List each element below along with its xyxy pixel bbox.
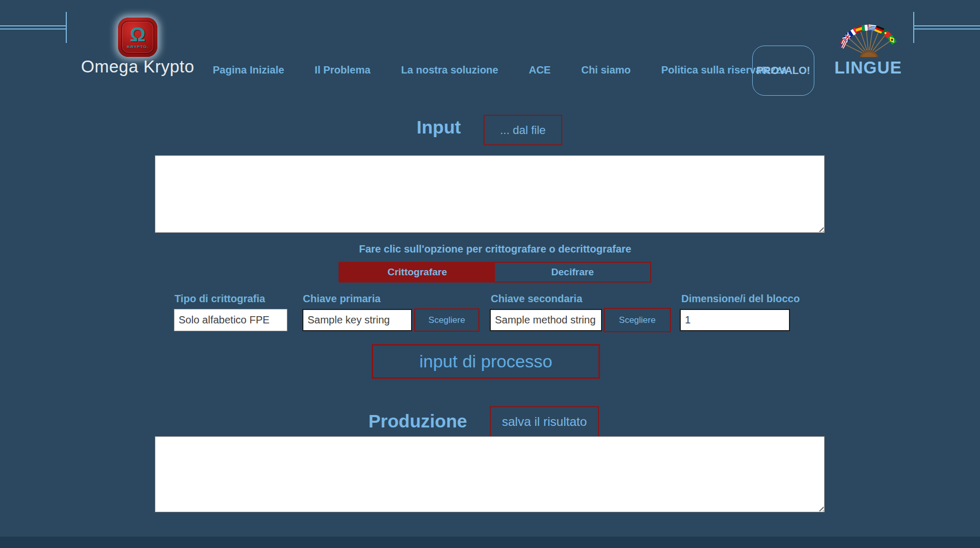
nav-pagina-iniziale[interactable]: Pagina Iniziale	[213, 64, 284, 76]
output-section-title: Produzione	[366, 411, 470, 432]
process-input-button[interactable]: input di processo	[372, 344, 600, 379]
input-section-title: Input	[404, 117, 474, 138]
encrypt-option[interactable]: Crittografare	[340, 263, 495, 282]
input-textarea[interactable]	[155, 156, 824, 232]
secondary-key-input[interactable]	[490, 309, 602, 331]
provalo-button[interactable]: PROVALO!	[752, 46, 814, 96]
decor-line	[0, 28, 66, 29]
nav-ace[interactable]: ACE	[529, 64, 550, 76]
logo-inner-frame: Ω KRYPTO.	[121, 21, 154, 54]
choose-primary-key-button[interactable]: Scegliere	[414, 308, 479, 332]
omega-symbol: Ω	[130, 25, 145, 44]
decor-line	[913, 28, 980, 29]
flags-image[interactable]	[835, 19, 902, 64]
omega-krypto-logo-icon[interactable]: Ω KRYPTO.	[118, 18, 157, 57]
decor-line	[0, 25, 66, 26]
page-title: Omega Krypto	[72, 57, 203, 77]
mode-toggle: Crittografare Decifrare	[339, 262, 651, 283]
secondary-key-label: Chiave secondaria	[491, 293, 582, 305]
save-result-button[interactable]: salva il risultato	[490, 406, 599, 437]
mode-caption: Fare clic sull'opzione per crittografare…	[340, 243, 651, 255]
decrypt-option[interactable]: Decifrare	[495, 263, 650, 282]
crypto-type-label: Tipo di crittografia	[174, 293, 265, 305]
nav-la-nostra-soluzione[interactable]: La nostra soluzione	[401, 64, 499, 76]
primary-key-input[interactable]	[302, 309, 412, 331]
omega-krypto-page: Ω KRYPTO. Omega Krypto Pagina Iniziale I…	[0, 0, 980, 548]
lingue-label[interactable]: LINGUE	[829, 58, 907, 78]
load-from-file-button[interactable]: ... dal file	[484, 115, 562, 145]
nav-il-problema[interactable]: Il Problema	[315, 64, 371, 76]
output-textarea[interactable]	[155, 437, 824, 512]
logo-text: KRYPTO.	[127, 45, 149, 49]
main-nav: Pagina Iniziale Il Problema La nostra so…	[213, 64, 787, 76]
decor-line	[66, 12, 67, 43]
input-textarea-container	[155, 155, 825, 233]
block-size-label: Dimensione/i del blocco	[681, 293, 800, 305]
choose-secondary-key-button[interactable]: Scegliere	[604, 308, 671, 332]
decor-line	[913, 12, 914, 43]
primary-key-label: Chiave primaria	[303, 293, 381, 305]
footer-bar	[0, 537, 980, 548]
block-size-input[interactable]	[680, 309, 790, 331]
output-textarea-container	[155, 436, 825, 512]
decor-line	[913, 25, 980, 26]
nav-chi-siamo[interactable]: Chi siamo	[581, 64, 631, 76]
crypto-type-input[interactable]	[174, 309, 287, 331]
